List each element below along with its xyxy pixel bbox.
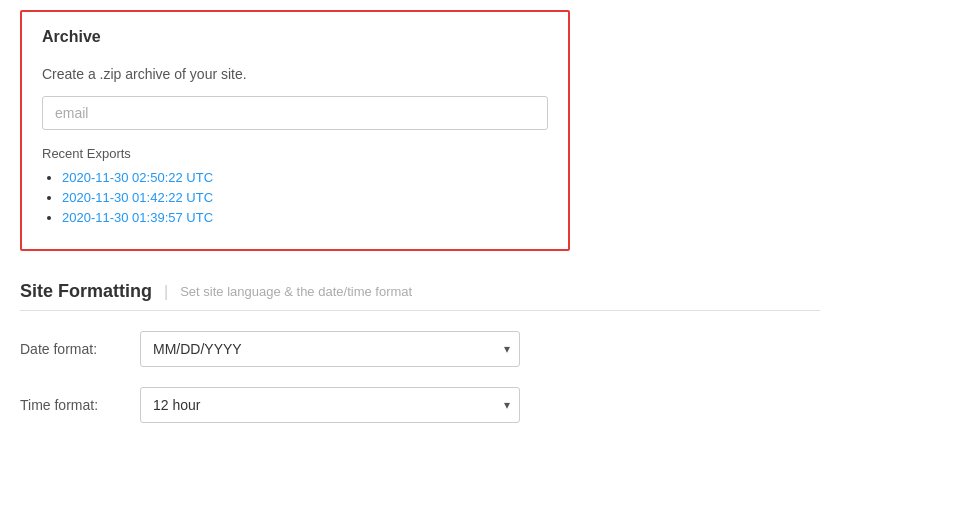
export-link-1[interactable]: 2020-11-30 02:50:22 UTC <box>62 170 213 185</box>
date-format-select-wrapper: MM/DD/YYYY DD/MM/YYYY YYYY-MM-DD ▾ <box>140 331 520 367</box>
formatting-title: Site Formatting <box>20 281 152 302</box>
list-item: 2020-11-30 01:42:22 UTC <box>62 189 548 205</box>
site-formatting-section: Site Formatting | Set site language & th… <box>20 281 820 423</box>
time-format-row: Time format: 12 hour 24 hour ▾ <box>20 387 820 423</box>
time-format-select-wrapper: 12 hour 24 hour ▾ <box>140 387 520 423</box>
time-format-select[interactable]: 12 hour 24 hour <box>140 387 520 423</box>
date-format-label: Date format: <box>20 341 140 357</box>
formatting-separator <box>20 310 820 311</box>
archive-section: Archive Create a .zip archive of your si… <box>20 10 570 251</box>
formatting-subtitle: Set site language & the date/time format <box>180 284 412 299</box>
archive-title: Archive <box>42 28 548 46</box>
formatting-divider: | <box>164 283 168 301</box>
recent-exports-label: Recent Exports <box>42 146 548 161</box>
time-format-label: Time format: <box>20 397 140 413</box>
exports-list: 2020-11-30 02:50:22 UTC 2020-11-30 01:42… <box>42 169 548 225</box>
archive-description: Create a .zip archive of your site. <box>42 66 548 82</box>
date-format-row: Date format: MM/DD/YYYY DD/MM/YYYY YYYY-… <box>20 331 820 367</box>
email-input[interactable] <box>42 96 548 130</box>
list-item: 2020-11-30 02:50:22 UTC <box>62 169 548 185</box>
list-item: 2020-11-30 01:39:57 UTC <box>62 209 548 225</box>
date-format-select[interactable]: MM/DD/YYYY DD/MM/YYYY YYYY-MM-DD <box>140 331 520 367</box>
formatting-header: Site Formatting | Set site language & th… <box>20 281 820 302</box>
export-link-2[interactable]: 2020-11-30 01:42:22 UTC <box>62 190 213 205</box>
export-link-3[interactable]: 2020-11-30 01:39:57 UTC <box>62 210 213 225</box>
